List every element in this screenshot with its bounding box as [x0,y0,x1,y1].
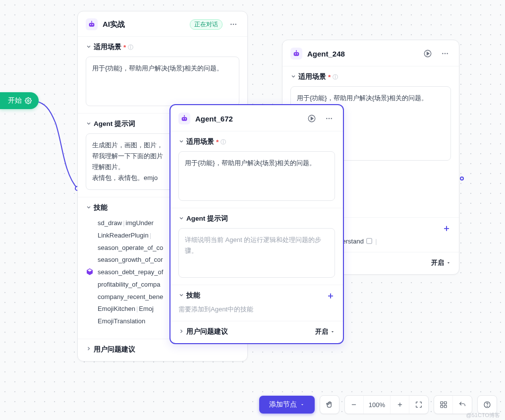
svg-rect-10 [294,52,299,56]
zoom-out-button[interactable] [345,396,364,414]
help-button[interactable] [478,396,497,414]
chevron-down-icon[interactable] [86,204,92,212]
zoom-level[interactable]: 100% [364,396,391,414]
cube-icon [86,268,94,277]
svg-rect-34 [444,405,447,408]
suggest-section[interactable]: 用户问题建议 开启 [170,321,343,343]
watermark: @51CTO博客 [466,412,500,419]
add-skill-button[interactable]: ＋ [326,291,335,300]
section-title: 适用场景 [298,72,326,81]
svg-point-6 [91,21,92,22]
zoom-in-button[interactable] [391,396,409,414]
scenario-section: 适用场景* ⓘ 用于{功能}，帮助用户解决{场景}相关的问题。 [170,131,343,208]
prompt-line: 帮我理解一下下面的图片 [92,152,163,160]
info-icon: ⓘ [128,44,133,51]
section-title: 技能 [94,203,108,212]
undo-button[interactable] [453,396,472,414]
svg-point-13 [296,50,297,51]
svg-point-12 [297,54,298,55]
bottom-toolbar: 添加节点 100% [259,395,497,414]
svg-point-7 [230,24,231,25]
svg-point-23 [184,115,185,116]
svg-rect-31 [441,402,443,404]
fit-view-button[interactable] [409,396,428,414]
required-mark: * [123,44,126,51]
chevron-down-icon [300,402,305,407]
prompt-section: Agent 提示词 详细说明当前 Agent 的运行逻辑和处理问题的步骤。 [170,208,343,285]
card-header: Agent_672 [170,105,343,131]
play-icon[interactable] [305,112,318,125]
toolbar-group-zoom: 100% [344,395,429,414]
section-title: Agent 提示词 [186,214,228,223]
toggle-label: 开启 [315,327,328,336]
prompt-line: 表情包，表情包。emjo [92,174,158,181]
start-node[interactable]: 开始 [0,92,39,109]
svg-point-25 [326,118,327,119]
bot-icon [178,113,190,124]
chevron-down-icon[interactable] [446,259,451,267]
card-title: Agent_672 [195,115,300,123]
skills-hint: 需要添加到Agent中的技能 [178,305,335,314]
svg-rect-3 [89,23,95,26]
prompt-line: 生成图片，画图，图片， [92,141,163,149]
svg-point-26 [329,118,330,119]
toggle-label: 开启 [431,258,444,267]
section-title: 适用场景 [94,43,121,52]
info-icon: ⓘ [333,73,338,81]
add-node-button[interactable]: 添加节点 [259,396,315,414]
svg-point-15 [442,53,443,54]
scenario-text[interactable]: 用于{功能}，帮助用户解决{场景}相关的问题。 [178,151,335,201]
svg-point-27 [331,118,332,119]
svg-point-8 [233,24,234,25]
add-node-label: 添加节点 [269,400,297,409]
chevron-down-icon[interactable] [86,44,92,51]
bot-icon [290,48,302,60]
card-header: Agent_248 [282,40,459,66]
section-title: Agent 提示词 [94,120,135,128]
svg-point-16 [445,53,446,54]
chevron-down-icon[interactable] [178,292,184,300]
chevron-down-icon[interactable] [330,328,335,336]
svg-point-9 [235,24,236,25]
pan-hand-button[interactable] [320,396,339,414]
chevron-down-icon[interactable] [86,120,92,128]
section-title: 用户问题建议 [186,327,228,336]
svg-rect-19 [366,239,372,244]
toolbar-group-pan [320,395,339,414]
svg-point-4 [90,24,91,25]
svg-rect-20 [182,117,187,120]
card-header: AI实战 正在对话 [78,11,247,36]
svg-rect-32 [444,402,447,404]
bot-icon [86,18,98,30]
agent-card-672[interactable]: Agent_672 适用场景* ⓘ 用于{功能}，帮助用户解决{场景}相关的问题… [169,104,344,344]
svg-point-17 [447,53,448,54]
auto-layout-button[interactable] [434,396,453,414]
chevron-down-icon[interactable] [290,73,296,81]
section-title: 技能 [186,291,200,300]
chevron-right-icon[interactable] [178,328,184,336]
gear-icon [25,97,32,104]
more-icon[interactable] [227,18,239,30]
section-title: 用户问题建议 [94,345,135,354]
info-icon: ⓘ [221,138,226,146]
skills-section: 技能 ＋ 需要添加到Agent中的技能 [170,285,343,321]
more-icon[interactable] [439,48,451,60]
svg-point-21 [183,119,184,120]
chevron-down-icon[interactable] [178,138,184,146]
add-skill-button[interactable]: ＋ [442,224,451,233]
svg-point-11 [295,54,296,55]
more-icon[interactable] [323,113,335,124]
scenario-text[interactable]: 用于{功能}，帮助用户解决{场景}相关的问题。 [86,57,239,106]
skill-list: sd_draw|imgUnder LinkReaderPlugin| seaso… [98,217,163,327]
chevron-right-icon[interactable] [86,346,92,353]
connection-port[interactable] [460,177,464,180]
prompt-line: 理解图片。 [92,163,124,171]
play-icon[interactable] [421,47,434,60]
chevron-down-icon[interactable] [178,215,184,223]
svg-point-5 [92,24,93,25]
plugin-icon [366,238,373,244]
card-title: Agent_248 [307,50,416,58]
svg-rect-33 [441,405,443,408]
svg-point-2 [27,100,29,102]
prompt-placeholder[interactable]: 详细说明当前 Agent 的运行逻辑和处理问题的步骤。 [178,228,335,278]
